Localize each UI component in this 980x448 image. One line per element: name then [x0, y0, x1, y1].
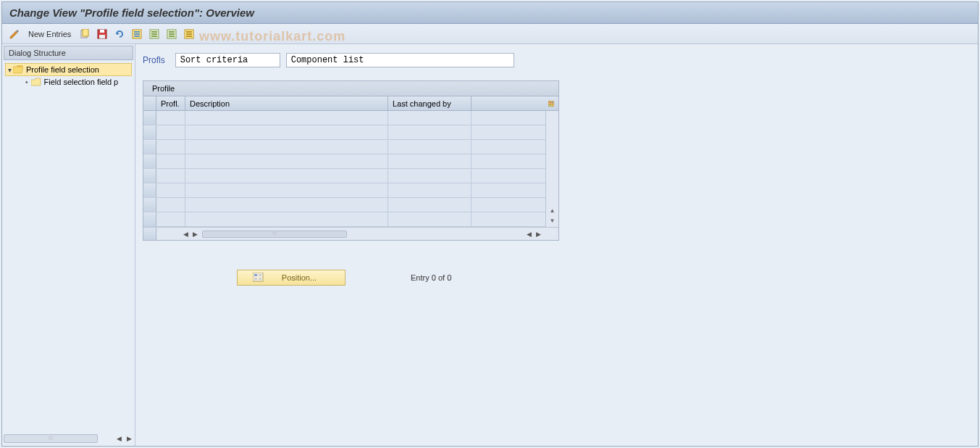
svg-rect-14: [169, 31, 175, 33]
folder-closed-icon: [31, 78, 41, 86]
profile-table: Profile Profl. Description Last changed …: [143, 80, 559, 241]
table-row[interactable]: [143, 183, 545, 198]
table-row[interactable]: [143, 154, 545, 169]
copy-icon[interactable]: [78, 28, 91, 41]
sidebar-resize-grip[interactable]: :::: [4, 434, 98, 443]
svg-rect-10: [151, 31, 157, 33]
toolbar: New Entries: [2, 24, 978, 44]
svg-rect-30: [259, 278, 261, 280]
svg-rect-1: [83, 29, 88, 36]
svg-rect-11: [151, 33, 157, 35]
svg-rect-21: [549, 101, 554, 106]
svg-rect-8: [134, 36, 140, 37]
sidebar-scroll-right-icon[interactable]: ▶: [125, 434, 133, 443]
dialog-structure-sidebar: Dialog Structure ▾ Profile field selecti…: [2, 44, 135, 446]
column-header-last-changed[interactable]: Last changed by: [388, 96, 472, 110]
table-config-button[interactable]: [544, 96, 558, 110]
svg-rect-27: [254, 274, 257, 276]
svg-rect-12: [151, 36, 157, 37]
svg-rect-25: [552, 104, 553, 105]
save-icon[interactable]: [96, 28, 109, 41]
svg-rect-4: [99, 35, 105, 38]
svg-rect-15: [169, 33, 175, 35]
profls-label: Profls: [143, 55, 165, 65]
svg-rect-16: [169, 36, 175, 37]
table-row[interactable]: [143, 169, 545, 183]
svg-rect-23: [552, 101, 553, 103]
row-selector[interactable]: [143, 198, 156, 212]
tree-item-label: Profile field selection: [26, 65, 99, 74]
svg-rect-28: [259, 274, 261, 276]
svg-rect-7: [134, 33, 140, 35]
svg-rect-19: [186, 33, 192, 35]
tree-item-profile-field-selection[interactable]: ▾ Profile field selection: [5, 63, 132, 76]
column-spacer: [472, 96, 544, 110]
page-title: Change View "Profile field selection": O…: [2, 2, 978, 24]
component-list-input[interactable]: [286, 53, 514, 67]
row-selector[interactable]: [143, 212, 156, 226]
table-row[interactable]: [143, 198, 545, 212]
table-row[interactable]: [143, 125, 545, 140]
print-icon[interactable]: [183, 28, 196, 41]
row-selector[interactable]: [143, 183, 156, 197]
row-selector[interactable]: [143, 125, 156, 139]
tree-item-label: Field selection field p: [44, 78, 119, 86]
table-row[interactable]: [143, 140, 545, 154]
svg-rect-29: [254, 278, 257, 280]
svg-rect-18: [186, 31, 192, 33]
vertical-scrollbar[interactable]: ▲ ▼: [545, 111, 558, 227]
content-area: Profls Profile Profl. Description Last c…: [135, 44, 978, 446]
sort-criteria-input[interactable]: [175, 53, 280, 67]
scroll-up-icon[interactable]: ▲: [548, 205, 558, 215]
row-selector-header[interactable]: [143, 96, 156, 110]
column-header-profl[interactable]: Profl.: [156, 96, 185, 110]
row-selector[interactable]: [143, 154, 156, 168]
scroll-right-icon[interactable]: ▶: [190, 230, 199, 238]
row-selector[interactable]: [143, 111, 156, 125]
select-block-icon[interactable]: [148, 28, 161, 41]
table-title: Profile: [143, 81, 558, 96]
row-selector[interactable]: [143, 140, 156, 154]
scroll-left-end-icon[interactable]: ◀: [524, 230, 533, 238]
svg-rect-24: [550, 104, 551, 105]
scroll-down-icon[interactable]: ▼: [548, 215, 558, 225]
svg-rect-22: [550, 101, 551, 103]
tree-bullet-icon: •: [25, 78, 28, 86]
horizontal-scrollbar[interactable]: ◀ ▶ ::: ◀ ▶: [143, 227, 558, 240]
entry-status: Entry 0 of 0: [411, 273, 451, 282]
toggle-display-change-icon[interactable]: [8, 28, 21, 41]
hscroll-track[interactable]: :::: [202, 231, 347, 238]
undo-icon[interactable]: [113, 28, 126, 41]
new-entries-button[interactable]: New Entries: [25, 30, 74, 38]
tree-collapse-icon[interactable]: ▾: [6, 66, 13, 74]
table-row[interactable]: [143, 111, 545, 125]
position-button-label: Position...: [282, 273, 317, 282]
table-row[interactable]: [143, 212, 545, 227]
sidebar-scroll-left-icon[interactable]: ◀: [114, 434, 123, 443]
svg-rect-6: [134, 31, 140, 33]
folder-open-icon: [13, 65, 23, 74]
deselect-all-icon[interactable]: [165, 28, 178, 41]
column-header-description[interactable]: Description: [185, 96, 388, 110]
svg-rect-3: [100, 30, 104, 33]
svg-rect-20: [186, 36, 192, 37]
position-button[interactable]: Position...: [237, 270, 345, 286]
tree-item-field-selection[interactable]: • Field selection field p: [5, 76, 132, 88]
select-all-icon[interactable]: [130, 28, 143, 41]
sidebar-header: Dialog Structure: [4, 46, 133, 60]
svg-rect-26: [253, 273, 263, 281]
scroll-left-icon[interactable]: ◀: [181, 230, 190, 238]
position-icon: [253, 273, 264, 283]
scroll-right-end-icon[interactable]: ▶: [534, 230, 543, 238]
row-selector[interactable]: [143, 169, 156, 183]
